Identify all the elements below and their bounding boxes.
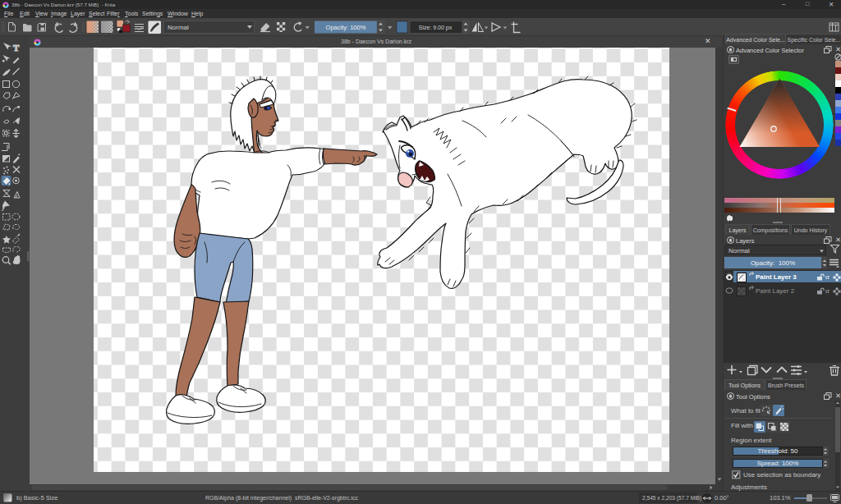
svg-text:T: T: [13, 43, 20, 53]
svg-text:Opacity: 100%: Opacity: 100%: [326, 24, 366, 31]
svg-text:Normal: Normal: [168, 24, 189, 31]
svg-text:Size: 9.00 px: Size: 9.00 px: [419, 25, 453, 31]
